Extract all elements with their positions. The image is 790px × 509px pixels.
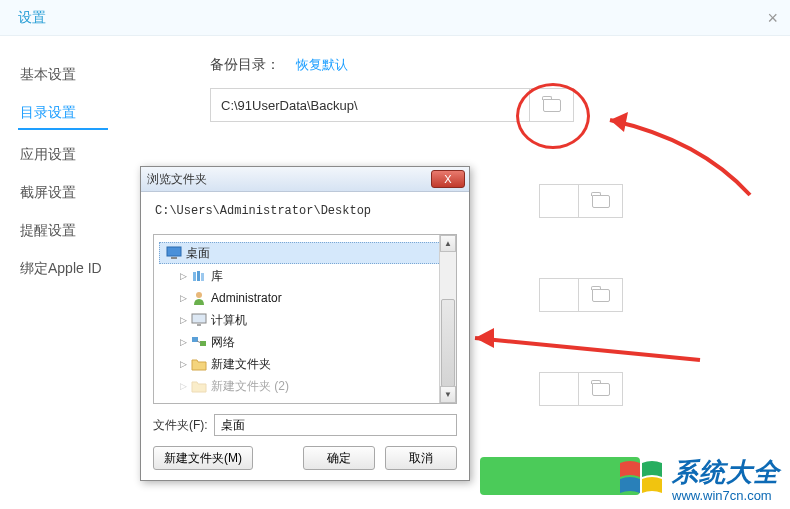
expander-icon[interactable]: ▷ bbox=[178, 337, 189, 348]
computer-icon bbox=[191, 312, 207, 328]
dialog-button-row: 新建文件夹(M) 确定 取消 bbox=[153, 446, 457, 470]
dialog-current-path: C:\Users\Administrator\Desktop bbox=[153, 202, 457, 220]
folder-name-input[interactable] bbox=[214, 414, 457, 436]
folder-icon bbox=[592, 195, 610, 208]
svg-rect-2 bbox=[167, 247, 181, 256]
restore-default-link[interactable]: 恢复默认 bbox=[296, 57, 348, 72]
browse-folder-button-3[interactable] bbox=[579, 278, 623, 312]
sidebar-item-screenshot[interactable]: 截屏设置 bbox=[0, 174, 150, 212]
svg-rect-6 bbox=[201, 273, 204, 281]
scroll-down-button[interactable]: ▼ bbox=[440, 386, 456, 403]
svg-point-7 bbox=[196, 292, 202, 298]
tree-item-network[interactable]: ▷ 网络 bbox=[158, 331, 452, 353]
backup-path-row bbox=[210, 88, 760, 122]
settings-titlebar: 设置 × bbox=[0, 0, 790, 36]
watermark-brand: 系统大全 bbox=[672, 455, 780, 490]
expander-icon[interactable]: ▷ bbox=[178, 381, 189, 392]
sidebar-item-label: 绑定Apple ID bbox=[20, 260, 102, 276]
svg-rect-3 bbox=[171, 257, 177, 259]
tree-item-folder-1[interactable]: ▷ 新建文件夹 bbox=[158, 353, 452, 375]
tree-item-desktop[interactable]: 桌面 bbox=[159, 242, 451, 264]
tree-item-computer[interactable]: ▷ 计算机 bbox=[158, 309, 452, 331]
sidebar-item-label: 截屏设置 bbox=[20, 184, 76, 200]
library-icon bbox=[191, 268, 207, 284]
tree-item-label: 新建文件夹 bbox=[211, 356, 271, 373]
tree-item-library[interactable]: ▷ 库 bbox=[158, 265, 452, 287]
new-folder-button[interactable]: 新建文件夹(M) bbox=[153, 446, 253, 470]
folder-icon bbox=[592, 383, 610, 396]
window-close-button[interactable]: × bbox=[767, 8, 778, 29]
svg-rect-8 bbox=[192, 314, 206, 323]
browse-folder-button[interactable] bbox=[530, 88, 574, 122]
ok-button[interactable]: 确定 bbox=[303, 446, 375, 470]
windows-flag-icon bbox=[612, 453, 672, 503]
dialog-title-text: 浏览文件夹 bbox=[147, 171, 207, 188]
tree-item-label: 计算机 bbox=[211, 312, 247, 329]
expander-icon[interactable]: ▷ bbox=[178, 315, 189, 326]
backup-section-label: 备份目录： 恢复默认 bbox=[210, 56, 760, 74]
browse-folder-button-4[interactable] bbox=[579, 372, 623, 406]
scroll-up-button[interactable]: ▲ bbox=[440, 235, 456, 252]
sidebar-item-label: 应用设置 bbox=[20, 146, 76, 162]
dialog-folder-row: 文件夹(F): bbox=[153, 414, 457, 436]
svg-rect-9 bbox=[197, 324, 201, 326]
tree-item-label: Administrator bbox=[211, 291, 282, 305]
svg-rect-5 bbox=[197, 271, 200, 281]
tree-scrollbar[interactable]: ▲ ▼ bbox=[439, 235, 456, 403]
sidebar-item-label: 目录设置 bbox=[20, 104, 76, 120]
close-x-icon: X bbox=[444, 173, 451, 185]
svg-rect-11 bbox=[200, 341, 206, 346]
tree-item-user[interactable]: ▷ Administrator bbox=[158, 287, 452, 309]
dialog-titlebar[interactable]: 浏览文件夹 X bbox=[141, 167, 469, 192]
backup-path-input[interactable] bbox=[210, 88, 530, 122]
window-title: 设置 bbox=[18, 9, 46, 27]
folder-icon bbox=[191, 356, 207, 372]
settings-sidebar: 基本设置 目录设置 应用设置 截屏设置 提醒设置 绑定Apple ID bbox=[0, 36, 150, 509]
watermark-logo: 系统大全 www.win7cn.com bbox=[612, 453, 780, 503]
sidebar-item-reminder[interactable]: 提醒设置 bbox=[0, 212, 150, 250]
backup-label-text: 备份目录： bbox=[210, 56, 280, 72]
svg-rect-4 bbox=[193, 272, 196, 281]
browse-folder-button-2[interactable] bbox=[579, 184, 623, 218]
folder-icon bbox=[191, 378, 207, 394]
folder-icon bbox=[592, 289, 610, 302]
browse-folder-dialog: 浏览文件夹 X C:\Users\Administrator\Desktop 桌… bbox=[140, 166, 470, 481]
user-icon bbox=[191, 290, 207, 306]
sidebar-item-label: 基本设置 bbox=[20, 66, 76, 82]
tree-item-label: 库 bbox=[211, 268, 223, 285]
desktop-icon bbox=[166, 245, 182, 261]
sidebar-item-appleid[interactable]: 绑定Apple ID bbox=[0, 250, 150, 288]
folder-tree: 桌面 ▷ 库 ▷ Administrator ▷ 计算机 bbox=[153, 234, 457, 404]
expander-icon[interactable]: ▷ bbox=[178, 293, 189, 304]
sidebar-item-directory[interactable]: 目录设置 bbox=[18, 94, 108, 130]
network-icon bbox=[191, 334, 207, 350]
tree-item-label: 网络 bbox=[211, 334, 235, 351]
sidebar-item-label: 提醒设置 bbox=[20, 222, 76, 238]
tree-item-label: 桌面 bbox=[186, 245, 210, 262]
tree-item-label: 新建文件夹 (2) bbox=[211, 378, 289, 395]
sidebar-item-app[interactable]: 应用设置 bbox=[0, 136, 150, 174]
dialog-body: C:\Users\Administrator\Desktop 桌面 ▷ 库 ▷ … bbox=[141, 192, 469, 480]
sidebar-item-basic[interactable]: 基本设置 bbox=[0, 56, 150, 94]
tree-item-folder-2[interactable]: ▷ 新建文件夹 (2) bbox=[158, 375, 452, 397]
cancel-button[interactable]: 取消 bbox=[385, 446, 457, 470]
expander-icon[interactable]: ▷ bbox=[178, 359, 189, 370]
dialog-close-button[interactable]: X bbox=[431, 170, 465, 188]
watermark-url: www.win7cn.com bbox=[672, 488, 772, 503]
expander-icon[interactable]: ▷ bbox=[178, 271, 189, 282]
scroll-thumb[interactable] bbox=[441, 299, 455, 387]
folder-field-label: 文件夹(F): bbox=[153, 417, 208, 434]
folder-icon bbox=[543, 99, 561, 112]
